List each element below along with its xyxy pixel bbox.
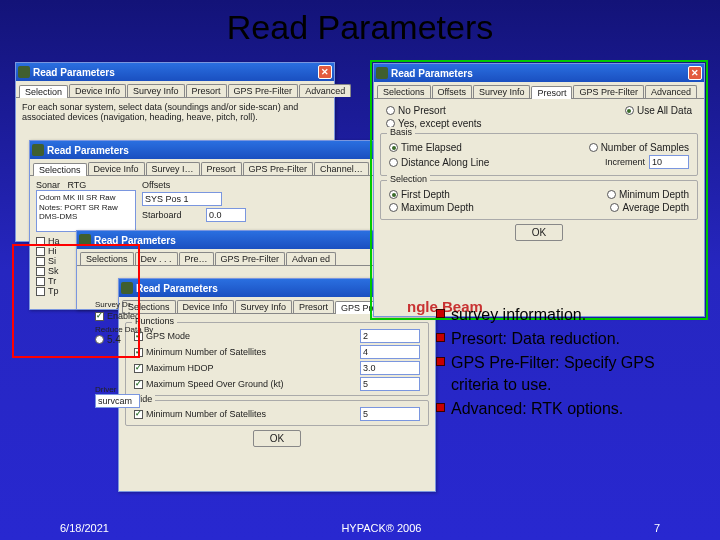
val-max-sog[interactable]: 5 (360, 377, 420, 391)
list-item[interactable]: Odom MK III SR Raw (39, 193, 133, 203)
tab-selection[interactable]: Selection (19, 85, 68, 98)
slide-title: Read Parameters (0, 8, 720, 47)
highlight-green (370, 60, 708, 320)
tab-gps-prefilter[interactable]: GPS Pre-Filter (215, 252, 286, 265)
bullet-item: survey information. (436, 304, 701, 326)
val-gps-mode[interactable]: 2 (360, 329, 420, 343)
chk-max-sog[interactable]: ✓Maximum Speed Over Ground (kt) (134, 379, 356, 389)
title-text: Read Parameters (47, 145, 129, 156)
tab-device-info[interactable]: Device Info (177, 300, 234, 313)
bullet-item: Presort: Data reduction. (436, 328, 701, 350)
sonar-label: Sonar RTG (36, 180, 136, 190)
offsets-col1[interactable]: SYS Pos 1 (142, 192, 222, 206)
ok-button[interactable]: OK (253, 430, 301, 447)
help-text: For each sonar system, select data (soun… (22, 102, 328, 122)
device-list[interactable]: Odom MK III SR Raw Notes: PORT SR Raw DM… (36, 190, 136, 232)
tab-survey-info[interactable]: Survey I… (146, 162, 200, 175)
close-icon[interactable]: ✕ (318, 65, 332, 79)
app-icon (18, 66, 30, 78)
app-icon (32, 144, 44, 156)
driver-label: Driver (95, 385, 155, 394)
tab-presort[interactable]: Presort (186, 84, 227, 97)
tab-survey-info[interactable]: Survey Info (127, 84, 185, 97)
footer: 6/18/2021 HYPACK® 2006 7 (0, 522, 720, 534)
val-max-hdop[interactable]: 3.0 (360, 361, 420, 375)
bullet-icon (436, 357, 445, 366)
tab-presort[interactable]: Presort (293, 300, 334, 313)
tab-body: Functions ✓GPS Mode 2 ✓Minimum Number of… (119, 314, 435, 451)
tab-advanced[interactable]: Advan ed (286, 252, 336, 265)
title-text: Read Parameters (136, 283, 218, 294)
tab-survey-info[interactable]: Survey Info (235, 300, 293, 313)
tab-gps-prefilter[interactable]: GPS Pre-Filter (228, 84, 299, 97)
tab-dev[interactable]: Dev . . . (135, 252, 178, 265)
footer-date: 6/18/2021 (60, 522, 109, 534)
footer-product: HYPACK® 2006 (341, 522, 421, 534)
bullet-list: survey information. Presort: Data reduct… (436, 304, 701, 422)
tab-selections[interactable]: Selections (33, 163, 87, 176)
tab-pre[interactable]: Pre… (179, 252, 214, 265)
tab-body: For each sonar system, select data (soun… (16, 98, 334, 126)
tab-gps-prefilter[interactable]: GPS Pre-Filter (243, 162, 314, 175)
bullet-icon (436, 333, 445, 342)
bullet-icon (436, 309, 445, 318)
tab-device-info[interactable]: Device Info (69, 84, 126, 97)
starboard-value[interactable]: 0.0 (206, 208, 246, 222)
footer-page: 7 (654, 522, 660, 534)
driver-field[interactable]: survcam (95, 394, 140, 408)
list-item[interactable]: DMS-DMS (39, 212, 133, 222)
tab-channels[interactable]: Channel… (314, 162, 369, 175)
tab-presort[interactable]: Presort (201, 162, 242, 175)
tab-strip: Selection Device Info Survey Info Presor… (16, 81, 334, 98)
titlebar[interactable]: Read Parameters ✕ (16, 63, 334, 81)
list-item[interactable]: Notes: PORT SR Raw (39, 203, 133, 213)
title-text: Read Parameters (33, 67, 115, 78)
starboard-label: Starboard (142, 210, 202, 220)
bullet-item: Advanced: RTK options. (436, 398, 701, 420)
bullet-icon (436, 403, 445, 412)
val-min-sat[interactable]: 4 (360, 345, 420, 359)
bullet-item: GPS Pre-Filter: Specify GPS criteria to … (436, 352, 701, 396)
tab-advanced[interactable]: Advanced (299, 84, 351, 97)
chk-max-hdop[interactable]: ✓Maximum HDOP (134, 363, 356, 373)
tab-device-info[interactable]: Device Info (88, 162, 145, 175)
chk-min-sat[interactable]: ✓Minimum Number of Satellites (134, 347, 356, 357)
chk-tide-min-sat[interactable]: ✓Minimum Number of Satellites (134, 409, 356, 419)
chk-gps-mode[interactable]: ✓GPS Mode (134, 331, 356, 341)
val-tide-min-sat[interactable]: 5 (360, 407, 420, 421)
highlight-red (12, 244, 140, 358)
